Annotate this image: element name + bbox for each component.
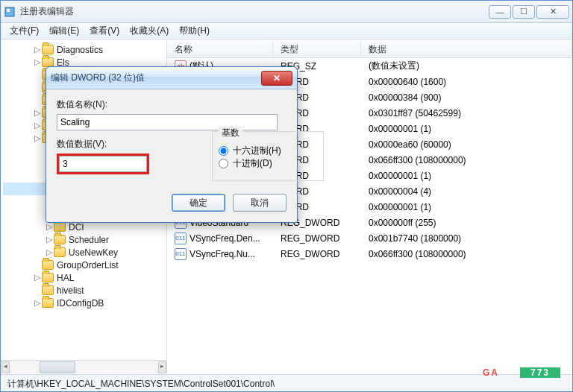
tree-label: hivelist (57, 285, 84, 296)
scroll-thumb[interactable] (40, 361, 75, 373)
edit-dword-dialog: 编辑 DWORD (32 位)值 ✕ 数值名称(N): 数值数据(V): 基数 … (46, 66, 298, 223)
list-row[interactable]: 011VSyncFreq.Den...REG_DWORD0x001b7740 (… (167, 230, 572, 246)
base-legend: 基数 (219, 127, 242, 139)
radio-hex[interactable]: 十六进制(H) (219, 145, 317, 157)
expand-icon[interactable]: ▷ (45, 235, 54, 244)
binary-value-icon: 011 (175, 233, 187, 244)
folder-icon (54, 235, 66, 244)
value-type: REG_DWORD (273, 249, 361, 259)
menu-file[interactable]: 文件(F) (5, 23, 43, 39)
expand-icon[interactable]: ▷ (33, 121, 42, 130)
tree-node[interactable]: ▷Scheduler (3, 233, 166, 246)
scroll-left-icon[interactable]: ◂ (1, 361, 10, 373)
value-data: 0x00000001 (1) (361, 171, 572, 181)
value-data: (数值未设置) (361, 60, 572, 72)
value-data: 0x00000001 (1) (361, 202, 572, 212)
menubar: 文件(F) 编辑(E) 查看(V) 收藏夹(A) 帮助(H) (1, 23, 572, 39)
folder-icon (42, 45, 54, 54)
folder-icon (42, 260, 54, 270)
close-button[interactable]: ✕ (536, 5, 569, 19)
menu-favorites[interactable]: 收藏夹(A) (125, 23, 173, 39)
col-name[interactable]: 名称 (167, 40, 273, 57)
expand-icon[interactable]: ▷ (33, 133, 42, 143)
expand-icon[interactable]: ▷ (33, 108, 42, 118)
expand-icon[interactable]: ▷ (45, 222, 54, 232)
tree-label: HAL (57, 273, 74, 283)
minimize-button[interactable]: — (489, 5, 511, 19)
value-name: VSyncFreq.Den... (190, 233, 260, 244)
value-name-label: 数值名称(N): (57, 98, 286, 111)
window-buttons: — ☐ ✕ (489, 5, 569, 19)
tree-node[interactable]: hivelist (3, 284, 166, 297)
scroll-right-icon[interactable]: ▸ (158, 361, 166, 373)
list-row[interactable]: 011VSyncFreq.Nu...REG_DWORD0x066ff300 (1… (167, 246, 572, 262)
tree-node[interactable]: ▷UseNewKey (3, 246, 166, 259)
scroll-track[interactable] (10, 361, 158, 373)
expand-icon[interactable]: ▷ (33, 57, 42, 67)
value-data: 0x0301ff87 (50462599) (361, 108, 572, 118)
radio-hex-input[interactable] (219, 146, 228, 156)
expand-icon[interactable]: ▷ (45, 247, 54, 257)
tree-label: Diagnostics (57, 45, 103, 55)
value-name: VSyncFreq.Nu... (190, 249, 255, 259)
dialog-close-button[interactable]: ✕ (261, 71, 292, 86)
svg-rect-1 (7, 9, 10, 12)
value-data: 0x00000004 (4) (361, 186, 572, 197)
value-data: 0x000000ff (255) (361, 218, 572, 228)
folder-icon (42, 285, 54, 295)
dialog-titlebar[interactable]: 编辑 DWORD (32 位)值 ✕ (46, 67, 297, 89)
value-data-highlight (57, 154, 149, 174)
binary-value-icon: 011 (175, 248, 187, 260)
tree-label: GroupOrderList (57, 260, 119, 271)
value-data: 0x001b7740 (1800000) (361, 233, 572, 244)
value-data: 0x00000640 (1600) (361, 77, 572, 87)
tree-label: UseNewKey (69, 247, 118, 258)
dialog-title: 编辑 DWORD (32 位)值 (51, 72, 261, 84)
col-data[interactable]: 数据 (361, 40, 572, 57)
window-title: 注册表编辑器 (20, 5, 489, 18)
tree-label: DCI (69, 222, 84, 233)
expand-icon[interactable]: ▷ (33, 298, 42, 308)
menu-edit[interactable]: 编辑(E) (45, 23, 84, 39)
value-data: 0x066ff300 (108000000) (361, 155, 572, 165)
tree-node[interactable]: ▷Diagnostics (3, 43, 166, 56)
expand-icon[interactable]: ▷ (33, 273, 42, 282)
radio-hex-label: 十六进制(H) (233, 145, 281, 157)
list-header[interactable]: 名称 类型 数据 (167, 40, 572, 58)
watermark-b: 773 (520, 367, 560, 378)
value-name-input[interactable] (57, 114, 278, 130)
watermark: GA ME 773 (478, 367, 560, 378)
menu-help[interactable]: 帮助(H) (175, 23, 214, 39)
tree-label: Scheduler (69, 235, 109, 245)
folder-icon (42, 298, 54, 308)
watermark-a: GA (478, 367, 504, 378)
tree-label: IDConfigDB (57, 298, 104, 309)
value-data: 0x066ff300 (108000000) (361, 249, 572, 259)
app-icon (4, 6, 16, 18)
base-fieldset: 基数 十六进制(H) 十进制(D) (212, 131, 324, 181)
folder-icon (54, 222, 66, 232)
value-data: 0x00000001 (1) (361, 124, 572, 134)
titlebar: 注册表编辑器 — ☐ ✕ (1, 1, 572, 23)
tree-node[interactable]: ▷HAL (3, 271, 166, 284)
tree-node[interactable]: ▷IDConfigDB (3, 297, 166, 309)
cancel-button[interactable]: 取消 (233, 194, 286, 212)
value-data: 0x00000384 (900) (361, 92, 572, 103)
col-type[interactable]: 类型 (273, 40, 361, 57)
folder-icon (42, 273, 54, 282)
radio-dec-input[interactable] (219, 159, 228, 168)
folder-icon (54, 247, 66, 257)
maximize-button[interactable]: ☐ (513, 5, 535, 19)
value-data-input[interactable] (59, 156, 147, 172)
tree-hscrollbar[interactable]: ◂ ▸ (1, 360, 166, 373)
value-data: 0x0000ea60 (60000) (361, 139, 572, 150)
value-type: REG_DWORD (273, 233, 361, 244)
menu-view[interactable]: 查看(V) (85, 23, 124, 39)
tree-node[interactable]: GroupOrderList (3, 259, 166, 271)
ok-button[interactable]: 确定 (172, 194, 225, 212)
expand-icon[interactable]: ▷ (33, 45, 42, 54)
radio-dec-label: 十进制(D) (233, 157, 272, 170)
radio-dec[interactable]: 十进制(D) (219, 157, 317, 170)
